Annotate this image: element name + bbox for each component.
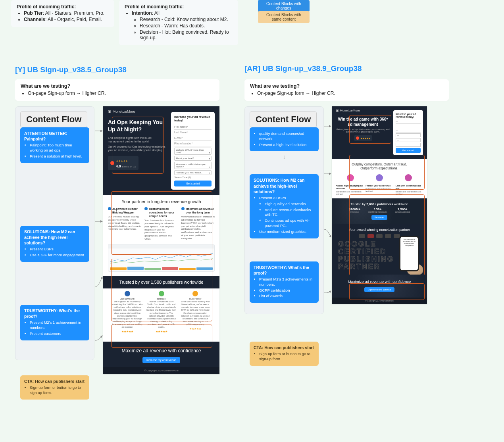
time-select[interactable]: About your time?: [174, 156, 212, 161]
testimonial: adtimizeThanks to Monetize More Traffic …: [146, 291, 177, 334]
award-logo-icon: [376, 234, 383, 238]
avatar-icon: [192, 291, 198, 296]
legend-chip-same: Content Blocks with same content: [258, 11, 310, 23]
cta-button[interactable]: Increase my ad revenue: [142, 357, 180, 363]
hero-sub: Get engineered ad ops that unleash your …: [336, 128, 390, 133]
cta-headline: Maximize ad revenue with confidence: [107, 348, 215, 354]
testimonial: Dual ParkerSince we started working with…: [180, 291, 211, 334]
variant-y-testing-box: What are we testing? On-page Sign-up for…: [15, 79, 219, 101]
testimonials-section: Jail DuvillardiWe're grown ad revenue by…: [103, 288, 219, 342]
last-name-field[interactable]: Last Name*: [174, 130, 212, 135]
content-flow-badge: Content Flow: [20, 111, 87, 127]
outplay-section: Outplay competitors. Outsmart fraud. Out…: [332, 159, 427, 198]
get-started-button[interactable]: Get started: [396, 148, 421, 153]
hear-select[interactable]: How did you hear about…: [174, 170, 212, 175]
testing-heading: What are we testing?: [250, 83, 443, 89]
award-title: Your award-winning monetization partner: [335, 228, 424, 232]
avatar-icon: [125, 291, 130, 296]
first-name-field[interactable]: First Name*: [174, 124, 212, 130]
variant-ar-flow-diagram: Content Flow quality demand sources/ad n…: [244, 106, 324, 314]
profile-item: Intention: All Research - Cold: Know not…: [132, 10, 233, 40]
g2-icon: [356, 136, 359, 140]
hero-headline: Win the ad game with 360º ad management: [336, 117, 390, 127]
trusted-stats-section: Trusted by 2,000+ publishers worldwide $…: [332, 198, 427, 224]
award-logo-icon: [367, 234, 374, 238]
hero-section: ▣ MonetizeMore Win the ad game with 360º…: [332, 106, 427, 159]
signup-form[interactable]: Increase your ad revenue today! First Na…: [171, 112, 215, 190]
brand-logo: ▣ MonetizeMore: [336, 109, 360, 112]
hero-sub1: End sleepless nights with the #1 ad mana…: [108, 136, 167, 144]
down-arrow-icon: ↓: [250, 154, 319, 160]
stars-icon: ★★★★★: [360, 137, 370, 140]
flow-card-cta: CTA: How can publishers start Sign-up fo…: [20, 375, 89, 400]
variant-ar-page-mock: ▣ MonetizeMore Win the ad game with 360º…: [332, 106, 427, 304]
testing-item: On-page Sign-up form → Higher CR.: [28, 90, 214, 96]
connector-arrows: [94, 106, 103, 360]
dot-icon: [144, 207, 148, 210]
flow-card-solutions: SOLUTIONS: How M2 can achieve the high-l…: [250, 174, 319, 238]
profile-item: Pub Tier: All - Starters, Premium, Pro.: [24, 10, 109, 16]
profile-heading: Profile of incoming traffic:: [125, 4, 233, 10]
profile-subitem: Decision - Hot: Being convinced. Ready t…: [140, 29, 233, 40]
traffic-select[interactable]: How much traffic/visitors per month?: [174, 162, 212, 169]
testing-item: On-page Sign-up form → Higher CR.: [257, 90, 443, 96]
connector-arrows: [324, 106, 332, 314]
trusted-title: Trusted by over 1,500 publishers worldwi…: [103, 276, 219, 288]
flow-card-trust: TRUSTWORTHY: What's the proof? Present M…: [20, 305, 89, 340]
profile-subitem: Research - Cold: Know nothing about M2.: [140, 17, 233, 22]
g2-icon: [110, 161, 114, 165]
stars-icon: ★★★★★: [116, 160, 128, 162]
dot-icon: [181, 207, 185, 210]
hero-sub2: Our AI-powered Ad Ops technology maximiz…: [108, 145, 167, 152]
profile-box-right: Profile of incoming traffic: Intention: …: [119, 0, 238, 45]
profile-item: Channels: All - Organic, Paid, Email.: [24, 17, 109, 22]
email-field[interactable]: E-mail*: [174, 135, 212, 141]
flow-card-cta: CTA: How can publishers start Sign-up fo…: [250, 342, 319, 366]
brand-logo: ▣ MonetizeMore: [108, 110, 135, 113]
flow-card-attention: quality demand sources/ad network. Prese…: [250, 127, 319, 151]
variant-y-title: [Y] UB Sign-up_v38.5_Group38: [15, 65, 127, 74]
rating-badge: ★★★★★: [354, 135, 372, 141]
time-check[interactable]: Save a Time (?): [174, 176, 212, 179]
legend-chip-changes: Content Blocks with changes: [258, 0, 310, 12]
variant-ar-testing-box: What are we testing? On-page Sign-up for…: [244, 79, 449, 101]
phone-field[interactable]: Phone Number*: [174, 141, 212, 146]
profile-heading: Profile of incoming traffic:: [17, 4, 109, 10]
flow-card-attention: ATTENTION GETTER: Painpoint? Painpoint: …: [20, 127, 89, 163]
testing-heading: What are we testing?: [21, 83, 214, 89]
feature-icon: [347, 174, 354, 181]
confidence-cta: Maximize ad revenue with confidence Expe…: [332, 275, 427, 298]
award-logo-icon: [385, 234, 391, 238]
copyright-text: © Copyright 2024 MonetizeMore: [103, 367, 219, 374]
partner-title: Your partner in long-term revenue growth: [108, 199, 215, 204]
variant-ar-title: [AR] UB Sign-up_v38.9_Group38: [244, 64, 362, 73]
cta-section: Maximize ad revenue with confidence Incr…: [103, 342, 219, 367]
copyright-text: © Copyright 2024 MonetizeMore: [332, 298, 427, 304]
hero-headline: Ad Ops Keeping You Up At Night?: [108, 119, 167, 133]
dot-icon: [108, 207, 111, 210]
hero-section: ▣ MonetizeMore Ad Ops Keeping You Up At …: [103, 106, 219, 195]
trusted-section: Trusted by over 1,500 publishers worldwi…: [103, 276, 219, 288]
get-started-button[interactable]: Get started: [174, 181, 212, 186]
feature-icon: [376, 174, 383, 181]
content-flow-badge: Content Flow: [250, 111, 317, 127]
signup-form[interactable]: Increase your ad revenue today! — — — — …: [393, 110, 423, 155]
get-started-button[interactable]: Get started: [371, 215, 388, 220]
variant-y-page-mock: ▣ MonetizeMore Ad Ops Keeping You Up At …: [103, 106, 219, 374]
testimonial: Jail DuvillardiWe're grown ad revenue by…: [112, 291, 143, 334]
flow-card-trust: TRUSTWORTHY: What's the proof? Present M…: [250, 261, 319, 303]
profile-box-left: Profile of incoming traffic: Pub Tier: A…: [11, 0, 114, 27]
flow-card-solutions: SOLUTIONS: How M2 can achieve the high-l…: [20, 226, 89, 262]
variant-y-flow-diagram: Content Flow ATTENTION GETTER: Painpoint…: [15, 106, 94, 360]
cta-button[interactable]: Experience the potential: [364, 287, 394, 292]
profile-subitem: Research - Warm: Has doubts.: [140, 23, 233, 29]
award-logo-icon: [359, 234, 365, 238]
dashboard-mock: [108, 244, 215, 272]
phone-mock: Your ad revenue increased 28% w/ Monetiz…: [399, 236, 419, 271]
award-section: Your award-winning monetization partner …: [332, 224, 427, 275]
url-select[interactable]: Website URL (if more than one)*: [174, 148, 212, 155]
feature-icon: [405, 174, 412, 181]
avatar-icon: [159, 291, 164, 296]
rating-badge: ★★★★★ 4.8 Based on G2: [108, 156, 139, 170]
partner-section: Your partner in long-term revenue growth…: [103, 195, 219, 276]
